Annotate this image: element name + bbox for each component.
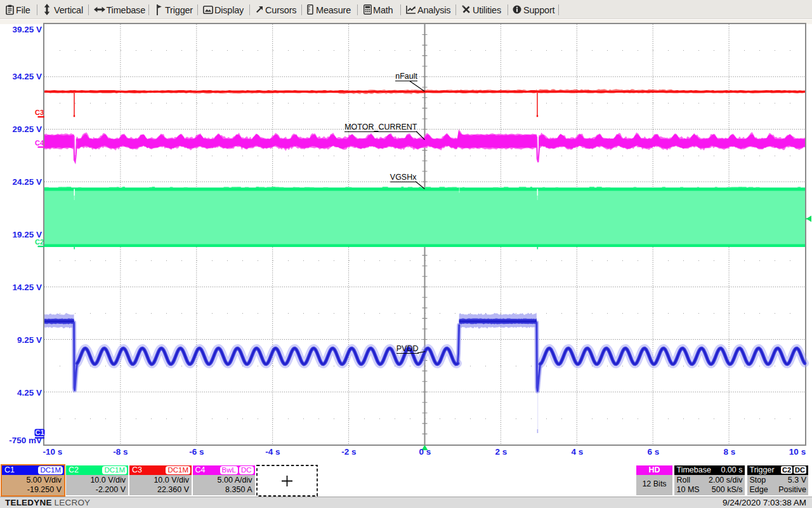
svg-text:C1: C1 xyxy=(35,429,44,436)
svg-text:C4: C4 xyxy=(35,139,44,147)
svg-text:C3: C3 xyxy=(35,109,44,116)
